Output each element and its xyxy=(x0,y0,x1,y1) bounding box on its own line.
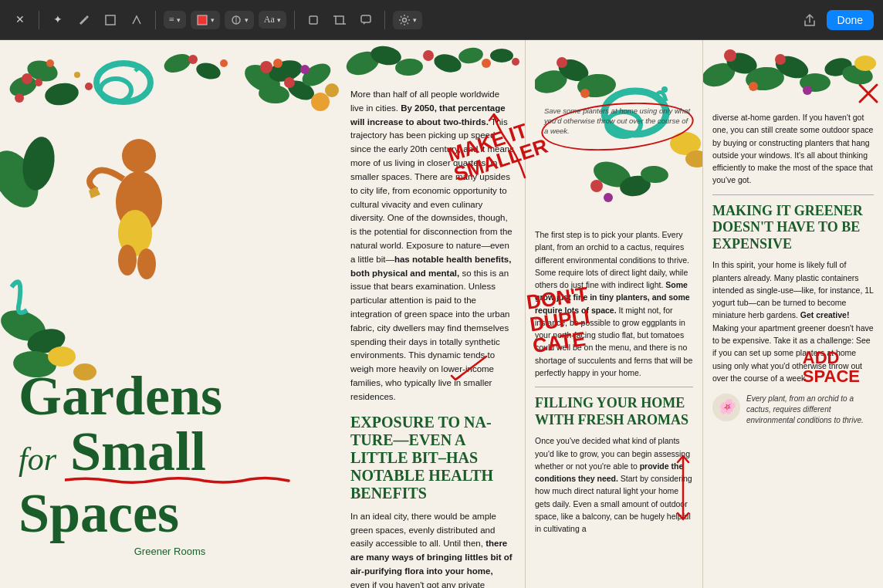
bubble-icon[interactable] xyxy=(355,9,377,31)
svg-point-31 xyxy=(325,83,339,97)
svg-point-34 xyxy=(122,139,156,173)
svg-point-61 xyxy=(580,89,590,98)
plants-text: The first step is to pick your plants. E… xyxy=(535,228,693,379)
svg-point-81 xyxy=(803,86,812,95)
share-icon[interactable] xyxy=(799,9,820,31)
svg-point-83 xyxy=(854,56,876,71)
col2: Save some planters at home using only wh… xyxy=(525,40,702,588)
svg-point-79 xyxy=(749,82,758,91)
style-dropdown[interactable]: ▾ xyxy=(225,11,254,29)
lines-dropdown[interactable]: ≡▾ xyxy=(164,11,186,29)
done-button[interactable]: Done xyxy=(827,10,874,30)
svg-point-46 xyxy=(195,60,222,82)
col3-top-text: diverse at-home garden. If you haven't g… xyxy=(712,111,874,187)
col3-content: diverse at-home garden. If you haven't g… xyxy=(712,111,874,426)
svg-point-47 xyxy=(220,59,228,67)
right-area: Save some planters at home using only wh… xyxy=(525,40,883,588)
svg-point-37 xyxy=(118,245,137,275)
svg-point-64 xyxy=(661,86,668,93)
star-icon[interactable]: ✦ xyxy=(47,9,69,31)
pen-icon[interactable] xyxy=(73,9,95,31)
svg-point-78 xyxy=(724,49,736,62)
col3: diverse at-home garden. If you haven't g… xyxy=(702,40,883,588)
svg-point-9 xyxy=(402,18,406,22)
svg-point-29 xyxy=(300,65,310,74)
svg-point-30 xyxy=(311,93,330,111)
svg-rect-0 xyxy=(106,15,115,25)
svg-point-45 xyxy=(188,55,198,64)
svg-point-51 xyxy=(423,50,434,61)
document-content: Gardens for Small Spaces Greener Rooms xyxy=(0,40,883,588)
subtitle: Greener Rooms xyxy=(19,546,321,557)
svg-rect-5 xyxy=(336,16,343,24)
caption-icon: 🌸 xyxy=(712,394,740,421)
svg-point-44 xyxy=(161,51,193,76)
crop-icon[interactable] xyxy=(329,9,350,31)
toolbar: ✕ ✦ ≡▾ ▾ ▾ Aa▾ xyxy=(0,0,883,40)
svg-point-26 xyxy=(260,61,272,73)
svg-point-38 xyxy=(137,248,156,279)
close-icon[interactable]: ✕ xyxy=(9,9,31,31)
caption-box: 🌸 Every plant, from an orchid to a cactu… xyxy=(712,394,874,426)
sep4 xyxy=(384,11,385,29)
svg-point-56 xyxy=(512,58,519,66)
svg-point-15 xyxy=(15,93,24,103)
svg-point-28 xyxy=(284,77,295,88)
svg-point-16 xyxy=(46,59,54,67)
sep2 xyxy=(155,11,156,29)
pen2-icon[interactable] xyxy=(126,9,147,31)
color-dropdown[interactable]: ▾ xyxy=(191,11,220,29)
left-panel: Gardens for Small Spaces Greener Rooms xyxy=(0,40,340,588)
font-dropdown[interactable]: Aa▾ xyxy=(259,11,286,29)
svg-point-18 xyxy=(85,83,93,90)
svg-point-12 xyxy=(43,80,80,107)
square-icon[interactable] xyxy=(303,9,324,31)
settings-dropdown[interactable]: ▾ xyxy=(393,11,422,29)
svg-point-53 xyxy=(458,46,485,65)
svg-point-55 xyxy=(490,49,513,63)
svg-point-52 xyxy=(432,52,463,76)
filling-heading: FILLING YOUR HOME WITH FRESH AROMAS xyxy=(535,395,693,428)
caption-text: Every plant, from an orchid to a cactus,… xyxy=(746,394,874,426)
filling-text: Once you've decided what kind of plants … xyxy=(535,434,693,535)
svg-rect-8 xyxy=(361,15,370,22)
separator xyxy=(39,11,39,29)
svg-point-17 xyxy=(74,72,80,78)
title-gardens: Gardens xyxy=(19,368,321,424)
title-for-small: for Small xyxy=(19,424,321,479)
svg-rect-1 xyxy=(198,15,207,25)
greener-heading: MAKING IT GREENER DOESN'T HAVE TO BE EXP… xyxy=(712,203,874,253)
shape-icon[interactable] xyxy=(100,9,121,31)
svg-point-80 xyxy=(775,54,786,65)
sep3 xyxy=(294,11,295,29)
svg-point-27 xyxy=(273,59,282,68)
col2-top-deco: Save some planters at home using only wh… xyxy=(535,51,693,228)
svg-point-60 xyxy=(557,57,567,68)
svg-point-54 xyxy=(482,59,491,68)
greener-text: In this spirit, your home is likely full… xyxy=(712,259,874,384)
title-spaces: Spaces xyxy=(19,485,321,541)
title-area: Gardens for Small Spaces Greener Rooms xyxy=(19,368,321,557)
svg-point-14 xyxy=(35,79,42,86)
svg-point-70 xyxy=(590,180,603,192)
svg-rect-4 xyxy=(310,16,317,24)
svg-point-42 xyxy=(48,346,76,367)
middle-column: More than half of all people worldwide l… xyxy=(340,40,525,588)
exposure-heading: EXPOSURE TO NA­TURE—EVEN A LITTLE BIT–HA… xyxy=(350,414,514,502)
exposure-section: EXPOSURE TO NA­TURE—EVEN A LITTLE BIT–HA… xyxy=(350,414,514,588)
svg-point-13 xyxy=(22,73,32,84)
svg-point-71 xyxy=(604,193,613,202)
